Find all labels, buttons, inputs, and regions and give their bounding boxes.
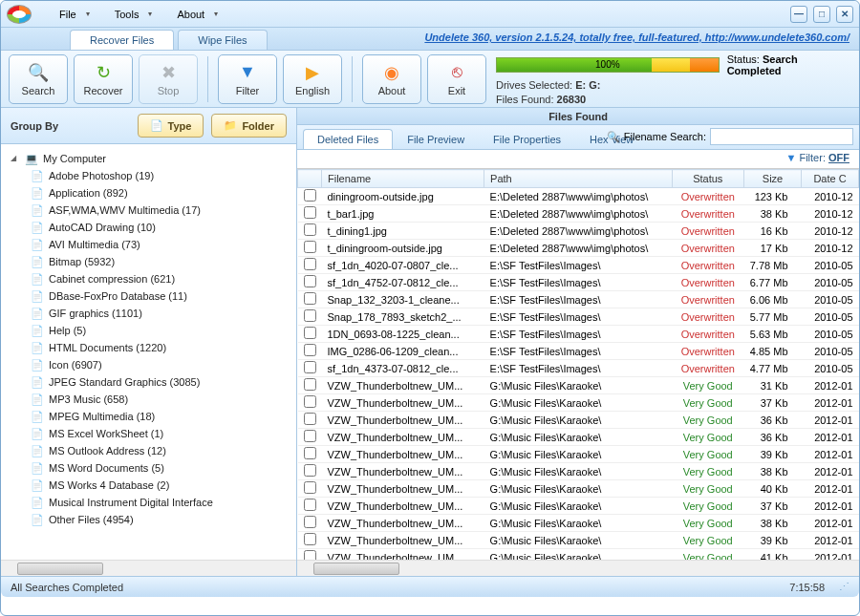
table-row[interactable]: Snap_132_3203-1_cleane...E:\SF TestFiles…	[298, 291, 859, 308]
resize-grip-icon[interactable]: ⋰	[839, 581, 849, 593]
row-checkbox[interactable]	[304, 275, 316, 287]
table-row[interactable]: diningroom-outside.jpgE:\Deleted 2887\ww…	[298, 188, 859, 205]
tree-item[interactable]: 📄AutoCAD Drawing (10)	[5, 219, 292, 236]
row-checkbox[interactable]	[304, 413, 316, 425]
menu-file[interactable]: File	[45, 4, 100, 25]
row-checkbox[interactable]	[304, 481, 316, 494]
minimize-button[interactable]: —	[790, 6, 807, 23]
tree-item[interactable]: 📄JPEG Standard Graphics (3085)	[5, 373, 292, 391]
menu-tools[interactable]: Tools	[100, 4, 163, 25]
maximize-button[interactable]: □	[813, 6, 830, 23]
tree-item[interactable]: 📄Other Files (4954)	[5, 511, 292, 528]
group-by-folder-button[interactable]: 📁Folder	[211, 114, 287, 138]
file-table[interactable]: Filename Path Status Size Date C diningr…	[297, 169, 859, 560]
table-row[interactable]: t_dining1.jpgE:\Deleted 2887\www\img\pho…	[298, 223, 859, 240]
tree-item[interactable]: 📄MP3 Music (658)	[5, 391, 292, 408]
tree-item[interactable]: 📄Adobe Photoshop (19)	[5, 167, 292, 184]
table-row[interactable]: VZW_Thunderboltnew_UM...G:\Music Files\K…	[298, 377, 859, 394]
close-button[interactable]: ✕	[836, 6, 853, 23]
table-row[interactable]: IMG_0286-06-1209_clean...E:\SF TestFiles…	[298, 343, 859, 360]
table-row[interactable]: VZW_Thunderboltnew_UM...G:\Music Files\K…	[298, 446, 859, 463]
tree-item[interactable]: 📄MS Works 4 Database (2)	[5, 477, 292, 494]
subtab-deleted-files[interactable]: Deleted Files	[303, 129, 393, 149]
tree-item[interactable]: 📄DBase-FoxPro Database (11)	[5, 287, 292, 305]
row-checkbox[interactable]	[304, 292, 316, 305]
subtab-file-preview[interactable]: File Preview	[393, 129, 479, 149]
group-by-type-button[interactable]: 📄Type	[138, 114, 204, 138]
row-checkbox[interactable]	[304, 344, 316, 356]
subtab-file-properties[interactable]: File Properties	[479, 129, 575, 149]
table-row[interactable]: VZW_Thunderboltnew_UM...G:\Music Files\K…	[298, 412, 859, 429]
col-date[interactable]: Date C	[802, 170, 859, 188]
row-checkbox[interactable]	[304, 533, 316, 545]
table-row[interactable]: sf_1dn_4020-07-0807_cle...E:\SF TestFile…	[298, 257, 859, 274]
table-row[interactable]: VZW_Thunderboltnew_UM...G:\Music Files\K…	[298, 463, 859, 480]
row-checkbox[interactable]	[304, 223, 316, 236]
tree-h-scrollbar[interactable]	[1, 560, 296, 576]
tree-item[interactable]: 📄Musical Instrument Digital Interface	[5, 494, 292, 511]
table-row[interactable]: VZW_Thunderboltnew_UM...G:\Music Files\K…	[298, 394, 859, 412]
table-row[interactable]: 1DN_0693-08-1225_clean...E:\SF TestFiles…	[298, 326, 859, 343]
recover-button[interactable]: ↻Recover	[74, 54, 133, 104]
table-row[interactable]: t_bar1.jpgE:\Deleted 2887\www\img\photos…	[298, 205, 859, 223]
row-checkbox[interactable]	[304, 241, 316, 253]
tree-root[interactable]: 💻My Computer	[5, 150, 292, 167]
table-row[interactable]: VZW_Thunderboltnew_UM...G:\Music Files\K…	[298, 515, 859, 532]
row-checkbox[interactable]	[304, 309, 316, 322]
filter-indicator[interactable]: ▼ Filter: OFF	[297, 150, 859, 169]
table-row[interactable]: VZW_Thunderboltnew_UM...G:\Music Files\K…	[298, 532, 859, 549]
table-h-scrollbar[interactable]	[297, 560, 859, 576]
row-checkbox[interactable]	[304, 189, 316, 202]
tree-item[interactable]: 📄MPEG Multimedia (18)	[5, 408, 292, 425]
col-size[interactable]: Size	[744, 170, 802, 188]
row-checkbox[interactable]	[304, 499, 316, 511]
tree-item[interactable]: 📄MS Outlook Address (12)	[5, 442, 292, 459]
tree-item[interactable]: 📄AVI Multimedia (73)	[5, 236, 292, 253]
stop-button[interactable]: ✖Stop	[139, 54, 198, 104]
version-link[interactable]: Undelete 360, version 2.1.5.24, totally …	[424, 32, 849, 43]
table-row[interactable]: VZW_Thunderboltnew_UM...G:\Music Files\K…	[298, 498, 859, 515]
row-checkbox[interactable]	[304, 206, 316, 219]
row-checkbox[interactable]	[304, 430, 316, 442]
tab-wipe-files[interactable]: Wipe Files	[178, 30, 267, 50]
about-button[interactable]: ◉About	[362, 54, 421, 104]
col-checkbox[interactable]	[298, 170, 322, 188]
row-checkbox[interactable]	[304, 516, 316, 528]
tab-recover-files[interactable]: Recover Files	[70, 30, 174, 50]
menu-about[interactable]: About	[162, 4, 228, 25]
table-row[interactable]: Snap_178_7893_sketch2_...E:\SF TestFiles…	[298, 308, 859, 326]
tree-item[interactable]: 📄MS Word Documents (5)	[5, 459, 292, 477]
table-row[interactable]: sf_1dn_4752-07-0812_cle...E:\SF TestFile…	[298, 274, 859, 291]
table-row[interactable]: VZW_Thunderboltnew_UM...G:\Music Files\K…	[298, 480, 859, 498]
col-status[interactable]: Status	[672, 170, 743, 188]
col-path[interactable]: Path	[484, 170, 672, 188]
row-checkbox[interactable]	[304, 464, 316, 477]
row-checkbox[interactable]	[304, 395, 316, 408]
filter-button[interactable]: ▼Filter	[218, 54, 277, 104]
tree-item[interactable]: 📄Application (892)	[5, 184, 292, 202]
tree-item[interactable]: 📄Help (5)	[5, 322, 292, 339]
filename-search-input[interactable]	[710, 128, 853, 145]
tree-item[interactable]: 📄Bitmap (5932)	[5, 253, 292, 270]
english-button[interactable]: ▶English	[283, 54, 342, 104]
category-tree[interactable]: 💻My Computer 📄Adobe Photoshop (19)📄Appli…	[1, 144, 296, 560]
tree-item[interactable]: 📄Cabinet compression (621)	[5, 270, 292, 287]
table-row[interactable]: VZW_Thunderboltnew_UM...G:\Music Files\K…	[298, 429, 859, 446]
row-checkbox[interactable]	[304, 550, 316, 560]
row-checkbox[interactable]	[304, 327, 316, 339]
tree-item[interactable]: 📄GIF graphics (1101)	[5, 305, 292, 322]
col-filename[interactable]: Filename	[322, 170, 484, 188]
tree-item[interactable]: 📄MS Excel WorkSheet (1)	[5, 425, 292, 442]
tree-item[interactable]: 📄ASF,WMA,WMV Multimedia (17)	[5, 202, 292, 219]
table-row[interactable]: sf_1dn_4373-07-0812_cle...E:\SF TestFile…	[298, 360, 859, 377]
table-row[interactable]: VZW_Thunderboltnew_UM...G:\Music Files\K…	[298, 549, 859, 561]
row-checkbox[interactable]	[304, 258, 316, 270]
tree-item[interactable]: 📄HTML Documents (1220)	[5, 339, 292, 356]
tree-item[interactable]: 📄Icon (6907)	[5, 356, 292, 373]
row-checkbox[interactable]	[304, 447, 316, 459]
row-checkbox[interactable]	[304, 378, 316, 391]
exit-button[interactable]: ⎋Exit	[427, 54, 486, 104]
table-row[interactable]: t_diningroom-outside.jpgE:\Deleted 2887\…	[298, 240, 859, 257]
row-checkbox[interactable]	[304, 361, 316, 373]
search-button[interactable]: 🔍Search	[9, 54, 68, 104]
